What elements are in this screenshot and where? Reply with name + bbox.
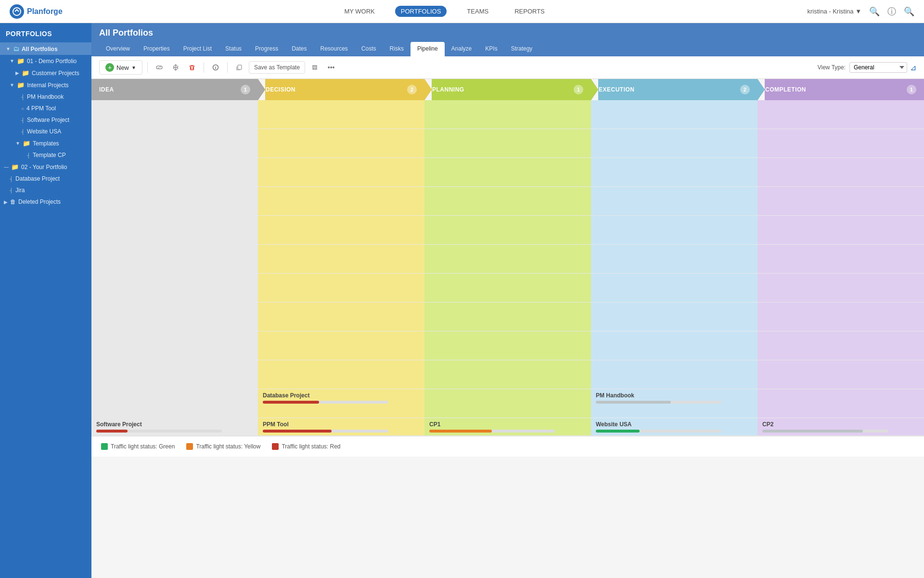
tab-properties[interactable]: Properties <box>137 42 177 56</box>
tab-overview[interactable]: Overview <box>99 42 137 56</box>
sidebar-item-your-portfolio[interactable]: — 📁 02 - Your Portfolio <box>0 161 91 173</box>
item-bullet: ○ <box>21 106 24 111</box>
filter-icon[interactable]: ⊿ <box>910 63 916 72</box>
pipeline-cell <box>591 100 757 129</box>
tabs: Overview Properties Project List Status … <box>99 42 916 56</box>
zoom-icon[interactable]: 🔍 <box>904 6 914 17</box>
tab-dates[interactable]: Dates <box>285 42 313 56</box>
folder-icon: 🗂 <box>13 45 19 53</box>
project-bar-container <box>762 430 888 433</box>
pipeline-cell <box>258 216 424 245</box>
project-card-websiteusa[interactable]: Website USA <box>591 418 757 436</box>
sidebar-item-all-portfolios[interactable]: ▼ 🗂 All Portfolios <box>0 43 91 55</box>
tab-strategy[interactable]: Strategy <box>504 42 539 56</box>
save-template-button[interactable]: Save as Template <box>249 61 305 74</box>
sidebar-item-jira[interactable]: ┤ Jira <box>0 184 91 196</box>
pipeline-cell <box>757 129 924 158</box>
search-icon[interactable]: 🔍 <box>869 6 880 17</box>
print-icon[interactable] <box>308 61 321 74</box>
project-card-ppmtool[interactable]: PPM Tool <box>258 418 424 436</box>
nav-portfolios[interactable]: PORTFOLIOS <box>395 6 447 17</box>
pipeline-cell <box>424 158 591 187</box>
pipeline-cell <box>258 331 424 360</box>
tab-project-list[interactable]: Project List <box>177 42 218 56</box>
sidebar-label: Jira <box>15 187 25 194</box>
sidebar-item-template-cp[interactable]: ┤ Template CP <box>0 149 91 161</box>
expand-icon: — <box>4 164 9 170</box>
tab-status[interactable]: Status <box>218 42 248 56</box>
project-card-cp2[interactable]: CP2 <box>757 418 924 436</box>
pipeline-cell <box>258 245 424 274</box>
tab-costs[interactable]: Costs <box>355 42 383 56</box>
pipeline-cell <box>91 389 258 418</box>
project-card-pmhandbook[interactable]: PM Handbook <box>591 389 757 418</box>
pipeline-cell <box>591 187 757 216</box>
pipeline-cell <box>591 331 757 360</box>
app-logo[interactable]: Planforge <box>10 4 63 19</box>
top-nav: Planforge MY WORK PORTFOLIOS TEAMS REPOR… <box>0 0 924 23</box>
tab-pipeline[interactable]: Pipeline <box>411 42 445 56</box>
sidebar-item-customer-projects[interactable]: ▶ 📁 Customer Projects <box>0 67 91 79</box>
view-type-area: View Type: General Compact Detailed <box>818 62 907 73</box>
tab-risks[interactable]: Risks <box>383 42 411 56</box>
pipeline-cell <box>91 245 258 274</box>
project-card-database[interactable]: Database Project <box>258 389 424 418</box>
sidebar-label: 02 - Your Portfolio <box>21 164 67 171</box>
nav-reports[interactable]: REPORTS <box>509 6 551 17</box>
project-bar-container <box>96 430 222 433</box>
view-type-select[interactable]: General Compact Detailed <box>849 62 907 73</box>
sidebar-item-website-usa[interactable]: ┤ Website USA <box>0 126 91 137</box>
sidebar-item-database-project[interactable]: ┤ Database Project <box>0 173 91 184</box>
sidebar-label: Database Project <box>15 175 60 182</box>
new-button[interactable]: + New ▼ <box>99 60 142 75</box>
copy-icon[interactable] <box>232 61 246 74</box>
sidebar-item-demo-portfolio[interactable]: ▼ 📁 01 - Demo Portfolio <box>0 55 91 67</box>
legend: Traffic light status: Green Traffic ligh… <box>91 436 924 457</box>
project-bar-container <box>596 430 721 433</box>
help-icon[interactable]: ⓘ <box>887 6 896 17</box>
svg-point-0 <box>13 8 21 15</box>
nav-mywork[interactable]: MY WORK <box>338 6 380 17</box>
pipeline-cell <box>591 216 757 245</box>
sidebar-label: Internal Projects <box>27 82 69 89</box>
pipeline-cell <box>757 389 924 418</box>
project-bar <box>263 430 332 433</box>
link-icon[interactable] <box>153 61 166 74</box>
legend-label-yellow: Traffic light status: Yellow <box>196 443 260 450</box>
item-bullet: ┤ <box>21 129 25 134</box>
move-icon[interactable] <box>169 61 182 74</box>
sidebar-item-internal-projects[interactable]: ▼ 📁 Internal Projects <box>0 79 91 91</box>
pipeline-cell <box>757 100 924 129</box>
pipeline-cell <box>757 360 924 389</box>
pipeline-cell <box>424 216 591 245</box>
project-card-software[interactable]: Software Project <box>91 418 258 436</box>
sidebar-label: PM Handbook <box>27 93 64 100</box>
sidebar-item-pm-handbook[interactable]: ┤ PM Handbook <box>0 91 91 103</box>
pipeline-count: 2 <box>740 85 750 94</box>
legend-dot-yellow <box>186 443 193 450</box>
sidebar-item-deleted-projects[interactable]: ▶ 🗑 Deleted Projects <box>0 196 91 208</box>
pipeline-cell <box>91 331 258 360</box>
legend-label-green: Traffic light status: Green <box>111 443 175 450</box>
nav-teams[interactable]: TEAMS <box>461 6 494 17</box>
tab-resources[interactable]: Resources <box>314 42 355 56</box>
user-menu[interactable]: kristina - Kristina ▼ <box>807 8 861 15</box>
tab-kpis[interactable]: KPIs <box>478 42 504 56</box>
pipeline-header-label: PLANNING <box>432 86 464 93</box>
project-card-cp1[interactable]: CP1 <box>424 418 591 436</box>
deleted-icon: 🗑 <box>10 198 16 205</box>
info-icon[interactable] <box>209 61 222 74</box>
tab-analyze[interactable]: Analyze <box>445 42 479 56</box>
sidebar-item-templates[interactable]: ▼ 📁 Templates <box>0 137 91 149</box>
project-name: PPM Tool <box>263 421 420 428</box>
sidebar-item-ppm-tool[interactable]: ○ 4 PPM Tool <box>0 103 91 114</box>
sidebar-item-software-project[interactable]: ┤ Software Project <box>0 114 91 126</box>
more-icon[interactable]: ••• <box>324 61 338 74</box>
tab-progress[interactable]: Progress <box>248 42 285 56</box>
new-label: New <box>116 64 129 71</box>
delete-icon[interactable] <box>185 61 199 74</box>
sidebar-label: Website USA <box>27 128 61 135</box>
pipeline-cell <box>591 360 757 389</box>
pipeline-header-planning: PLANNING 1 <box>424 79 591 100</box>
folder-icon: 📁 <box>17 57 25 65</box>
